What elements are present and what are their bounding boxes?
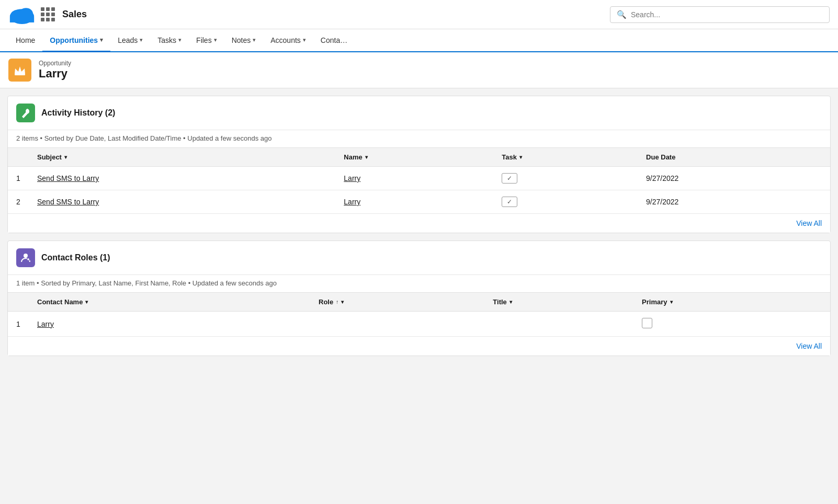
contactname-sort-icon: ▾ [85,299,88,305]
nav-opportunities[interactable]: Opportunities ▾ [42,29,110,52]
duedate-cell: 9/27/2022 [638,167,830,190]
task-cell: ✓ [493,190,638,214]
activity-history-panel: Activity History (2) 2 items • Sorted by… [7,96,831,233]
role-cell [310,312,484,337]
task-checkbox[interactable]: ✓ [502,173,517,184]
nav-files[interactable]: Files ▾ [189,29,224,52]
nav-tasks[interactable]: Tasks ▾ [150,29,189,52]
task-sort-icon: ▾ [519,154,522,160]
search-icon: 🔍 [617,10,627,19]
activity-history-header: Activity History (2) [8,96,830,130]
contact-roles-panel: Contact Roles (1) 1 item • Sorted by Pri… [7,240,831,356]
view-all-row: View All [8,337,830,356]
col-name-header[interactable]: Name ▾ [335,148,493,167]
col-num-header [8,148,29,167]
salesforce-logo [8,5,36,24]
app-grid-icon[interactable] [41,7,55,21]
role-sort-asc-icon: ↑ [336,299,338,305]
table-row: 1 Send SMS to Larry Larry ✓ 9/27/2022 [8,167,830,190]
nav-opportunities-label: Opportunities [50,36,98,44]
view-all-row: View All [8,214,830,233]
nav-accounts[interactable]: Accounts ▾ [263,29,313,52]
nav-bar: Home Opportunities ▾ Leads ▾ Tasks ▾ Fil… [0,29,838,52]
name-sort-icon: ▾ [365,154,368,160]
top-bar: Sales 🔍 [0,0,838,29]
name-cell[interactable]: Larry [335,190,493,214]
chevron-down-icon: ▾ [253,37,256,43]
contact-roles-icon [16,248,35,267]
contact-roles-subtitle: 1 item • Sorted by Primary, Last Name, F… [8,275,830,292]
primary-cell [633,312,830,337]
primary-checkbox[interactable] [642,318,652,328]
nav-notes[interactable]: Notes ▾ [224,29,264,52]
svg-point-7 [24,254,28,258]
duedate-cell: 9/27/2022 [638,190,830,214]
svg-marker-4 [15,66,25,74]
task-cell: ✓ [493,167,638,190]
contact-roles-title: Contact Roles (1) [41,253,110,262]
nav-home[interactable]: Home [8,29,42,52]
chevron-down-icon: ▾ [140,37,143,43]
app-name: Sales [62,9,87,20]
chevron-down-icon: ▾ [100,37,103,43]
page-header: Opportunity Larry [0,52,838,88]
nav-notes-label: Notes [232,36,251,44]
page-title: Larry [39,67,71,81]
col-subject-header[interactable]: Subject ▾ [29,148,335,167]
nav-leads[interactable]: Leads ▾ [110,29,150,52]
table-row: 2 Send SMS to Larry Larry ✓ 9/27/2022 [8,190,830,214]
search-input[interactable] [631,10,823,19]
nav-tasks-label: Tasks [157,36,176,44]
page-header-text: Opportunity Larry [39,60,71,81]
col-primary-header[interactable]: Primary ▾ [633,293,830,312]
contact-roles-table: Contact Name ▾ Role ↑ ▾ Title ▾ [8,292,830,356]
contacts-view-all-link[interactable]: View All [796,342,822,350]
chevron-down-icon: ▾ [303,37,306,43]
view-all-cell: View All [8,337,830,356]
row-num: 2 [8,190,29,214]
name-cell[interactable]: Larry [335,167,493,190]
subject-cell[interactable]: Send SMS to Larry [29,190,335,214]
activity-history-table: Subject ▾ Name ▾ Task ▾ [8,147,830,233]
search-bar[interactable]: 🔍 [610,6,830,23]
nav-contacts[interactable]: Conta… [313,29,355,52]
col-title-header[interactable]: Title ▾ [484,293,633,312]
contact-name-cell[interactable]: Larry [29,312,310,337]
nav-contacts-label: Conta… [321,36,347,44]
row-num: 1 [8,167,29,190]
role-sort-icon: ▾ [341,299,344,305]
svg-rect-5 [15,74,25,75]
nav-leads-label: Leads [118,36,138,44]
chevron-down-icon: ▾ [214,37,217,43]
nav-files-label: Files [196,36,212,44]
task-checkbox[interactable]: ✓ [502,197,517,207]
opportunity-icon [8,59,31,82]
breadcrumb: Opportunity [39,60,71,67]
col-task-header[interactable]: Task ▾ [493,148,638,167]
activity-view-all-link[interactable]: View All [796,219,822,227]
svg-point-6 [26,110,29,112]
row-num: 1 [8,312,29,337]
nav-accounts-label: Accounts [270,36,301,44]
col-role-header[interactable]: Role ↑ ▾ [310,293,484,312]
chevron-down-icon: ▾ [178,37,182,43]
activity-history-title: Activity History (2) [41,108,115,118]
subject-cell[interactable]: Send SMS to Larry [29,167,335,190]
primary-sort-icon: ▾ [670,299,673,305]
activity-history-icon [16,104,35,122]
view-all-cell: View All [8,214,830,233]
svg-rect-3 [10,17,34,22]
col-duedate-header[interactable]: Due Date [638,148,830,167]
title-sort-icon: ▾ [509,299,512,305]
contact-roles-header: Contact Roles (1) [8,241,830,275]
nav-home-label: Home [16,36,35,44]
col-num-header [8,293,29,312]
subject-sort-icon: ▾ [64,154,67,160]
activity-history-subtitle: 2 items • Sorted by Due Date, Last Modif… [8,130,830,147]
col-contactname-header[interactable]: Contact Name ▾ [29,293,310,312]
title-cell [484,312,633,337]
table-row: 1 Larry [8,312,830,337]
